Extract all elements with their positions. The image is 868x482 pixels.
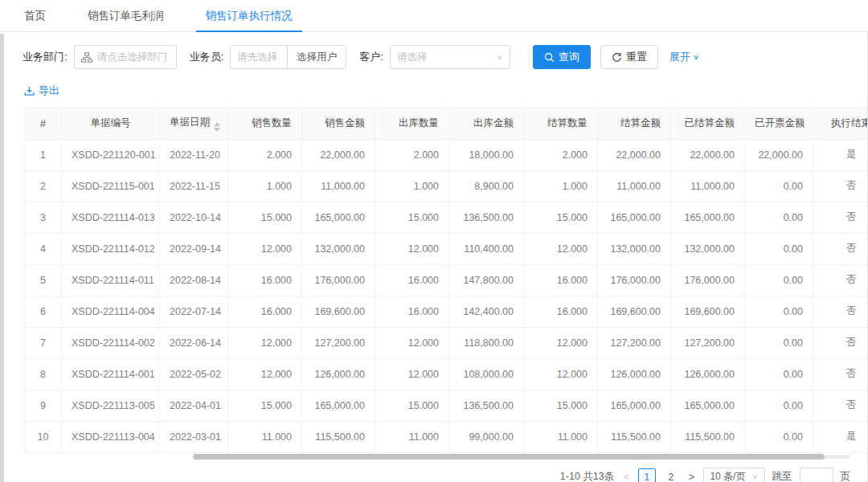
col-header-label: # — [40, 118, 46, 129]
col-header-label: 结算金额 — [620, 117, 661, 129]
cell-doc-no: XSDD-221113-005 — [62, 390, 160, 421]
cell-sales-qty: 2.000 — [228, 139, 302, 170]
cell-settle-qty: 12.000 — [524, 327, 598, 358]
salesman-group: 选择用户 — [230, 45, 346, 69]
tab-home[interactable]: 首页 — [24, 0, 46, 31]
cell-index: 6 — [25, 296, 62, 327]
table-row: 4XSDD-221114-0122022-09-1412.000132,000.… — [25, 233, 868, 264]
cell-outbound-qty: 16.000 — [375, 296, 449, 327]
cell-doc-no: XSDD-221120-001 — [62, 139, 160, 170]
cell-index: 9 — [25, 390, 62, 421]
customer-select[interactable]: 请选择 ∨ — [390, 45, 510, 69]
cell-settled-amount: 169,600.00 — [671, 296, 745, 327]
cell-settle-amount: 22,000.00 — [598, 139, 671, 170]
prev-page-button[interactable]: < — [621, 471, 631, 482]
page-size-select[interactable]: 10 条/页 ∨ — [703, 468, 764, 482]
cell-outbound-amount: 99,000.00 — [449, 421, 524, 452]
page-numbers: 12 — [638, 468, 680, 482]
cell-doc-no: XSDD-221114-012 — [62, 233, 160, 264]
cell-outbound-amount: 136,500.00 — [449, 202, 524, 233]
cell-invoiced-amount: 0.00 — [745, 170, 813, 202]
cell-settled-amount: 22,000.00 — [671, 139, 745, 170]
cell-invoiced-amount: 0.00 — [745, 390, 813, 421]
cell-index: 3 — [25, 202, 62, 233]
table-row: 7XSDD-221114-0022022-06-1412.000127,200.… — [25, 327, 868, 358]
page-number-1[interactable]: 1 — [638, 468, 656, 482]
salesman-input[interactable] — [237, 51, 280, 63]
cell-doc-date: 2022-07-14 — [160, 296, 228, 327]
table-row: 10XSDD-221113-0042022-03-0111.000115,500… — [25, 421, 868, 452]
cell-outbound-qty: 15.000 — [375, 390, 449, 421]
chevron-down-icon: ∨ — [497, 53, 503, 61]
table-row: 6XSDD-221114-0042022-07-1416.000169,600.… — [25, 296, 868, 327]
col-header-label: 出库数量 — [399, 117, 439, 129]
page-number-2[interactable]: 2 — [662, 468, 680, 482]
sort-desc-icon[interactable] — [214, 128, 220, 132]
cell-index: 4 — [25, 233, 62, 264]
customer-label: 客户: — [359, 50, 383, 64]
cell-settle-qty: 16.000 — [524, 264, 598, 296]
select-user-button[interactable]: 选择用户 — [287, 45, 346, 69]
cell-sales-amount: 169,600.00 — [302, 296, 375, 327]
cell-settled-amount: 176,000.00 — [671, 264, 745, 296]
salesman-field[interactable] — [230, 45, 288, 69]
search-button[interactable]: 查询 — [533, 45, 591, 69]
cell-doc-date: 2022-06-14 — [160, 327, 228, 358]
col-header-execution-finished: 执行结束 — [813, 108, 868, 139]
cell-invoiced-amount: 0.00 — [745, 264, 813, 296]
next-page-button[interactable]: > — [687, 471, 697, 482]
cell-outbound-qty: 2.000 — [375, 139, 449, 170]
cell-execution-finished: 否 — [813, 390, 868, 421]
cell-invoiced-amount: 22,000.00 — [745, 139, 813, 170]
cell-doc-no: XSDD-221115-001 — [62, 170, 160, 202]
scrollbar-thumb[interactable] — [193, 454, 825, 460]
reset-button[interactable]: 重置 — [600, 45, 658, 69]
cell-index: 7 — [25, 327, 62, 358]
cell-sales-qty: 15.000 — [228, 390, 302, 421]
cell-outbound-amount: 142,400.00 — [449, 296, 524, 327]
cell-settle-qty: 15.000 — [524, 390, 598, 421]
cell-settle-qty: 12.000 — [524, 233, 598, 264]
cell-doc-date: 2022-10-14 — [160, 202, 228, 233]
export-label: 导出 — [39, 84, 59, 98]
cell-settle-qty: 12.000 — [524, 358, 598, 390]
department-input[interactable] — [97, 51, 170, 63]
cell-sales-amount: 132,000.00 — [302, 233, 375, 264]
cell-index: 5 — [25, 264, 62, 296]
jump-page-input[interactable] — [800, 468, 833, 482]
tab-sales-order-execution[interactable]: 销售订单执行情况 — [206, 0, 293, 31]
cell-invoiced-amount: 0.00 — [745, 233, 813, 264]
col-header-doc-no: 单据编号 — [62, 108, 160, 139]
sort-asc-icon[interactable] — [214, 122, 220, 126]
cell-outbound-amount: 147,800.00 — [449, 264, 524, 296]
cell-sales-amount: 165,000.00 — [302, 202, 375, 233]
search-icon — [544, 52, 555, 63]
col-header-label: 已开票金额 — [755, 117, 805, 129]
cell-doc-no: XSDD-221114-002 — [62, 327, 160, 358]
col-header-outbound-qty: 出库数量 — [375, 108, 449, 139]
cell-sales-amount: 11,000.00 — [302, 170, 375, 202]
cell-invoiced-amount: 0.00 — [745, 327, 813, 358]
tab-sales-order-gross-profit[interactable]: 销售订单毛利润 — [88, 0, 164, 31]
col-header-label: 单据日期 — [170, 116, 210, 128]
col-header-doc-date[interactable]: 单据日期 — [160, 108, 228, 139]
cell-outbound-amount: 136,500.00 — [449, 390, 524, 421]
col-header-invoiced-amount: 已开票金额 — [745, 108, 813, 139]
page-size-value: 10 条/页 — [710, 470, 745, 482]
cell-invoiced-amount: 0.00 — [745, 421, 813, 452]
col-header-settled-amount: 已结算金额 — [671, 108, 745, 139]
cell-sales-amount: 22,000.00 — [302, 139, 375, 170]
export-button[interactable]: 导出 — [24, 84, 59, 98]
salesman-label: 业务员: — [190, 50, 224, 64]
department-picker[interactable] — [74, 45, 177, 69]
cell-settle-qty: 15.000 — [524, 202, 598, 233]
sort-control[interactable] — [214, 122, 220, 132]
cell-invoiced-amount: 0.00 — [745, 202, 813, 233]
cell-doc-date: 2022-11-15 — [160, 170, 228, 202]
cell-settled-amount: 11,000.00 — [671, 170, 745, 202]
expand-toggle[interactable]: 展开 ∨ — [669, 50, 699, 64]
cell-sales-qty: 16.000 — [228, 296, 302, 327]
cell-outbound-amount: 8,900.00 — [449, 170, 524, 202]
cell-index: 8 — [25, 358, 62, 390]
table-row: 5XSDD-221114-0112022-08-1416.000176,000.… — [25, 264, 868, 296]
